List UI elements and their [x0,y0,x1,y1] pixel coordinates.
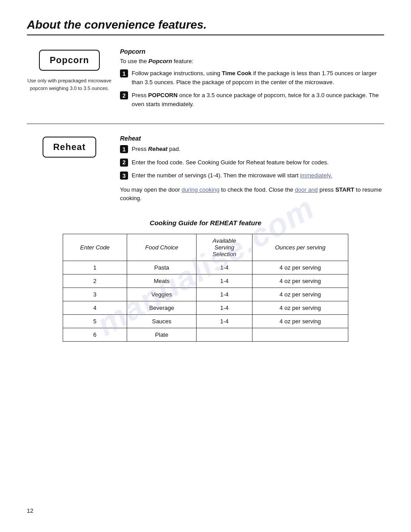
cell-food: Beverage [127,301,197,314]
reheat-step-text-3: Enter the number of servings (1-4). Then… [132,171,332,180]
page-title: About the convenience features. [27,18,384,32]
cooking-guide-title: Cooking Guide for REHEAT feature [27,219,384,227]
popcorn-button-box: Popcorn [39,50,100,71]
cell-code: 5 [63,314,127,328]
popcorn-step-text-2: Press POPCORN once for a 3.5 ounce packa… [132,91,384,108]
cell-code: 4 [63,301,127,314]
reheat-right: Reheat 1 Press Reheat pad. 2 Enter the f… [112,135,384,203]
table-header-row: Enter Code Food Choice AvailableServingS… [63,234,348,261]
reheat-step-num-1: 1 [120,145,128,153]
reheat-step-text-1: Press Reheat pad. [132,145,180,154]
popcorn-steps: 1 Follow package instructions, using Tim… [120,69,384,108]
table-row: 4Beverage1-44 oz per serving [63,301,348,314]
table-row: 3Veggies1-44 oz per serving [63,287,348,301]
reheat-step-text-2: Enter the food code. See Cooking Guide f… [132,158,329,167]
cell-ounces: 4 oz per serving [252,301,348,314]
cell-code: 6 [63,328,127,341]
page-number: 12 [27,507,33,514]
title-divider [27,34,384,35]
table-row: 6Plate [63,328,348,341]
popcorn-section: Popcorn Use only with prepackaged microw… [27,48,384,113]
table-row: 5Sauces1-44 oz per serving [63,314,348,328]
cell-serving: 1-4 [197,287,253,301]
cell-food: Plate [127,328,197,341]
cooking-guide-table: Enter Code Food Choice AvailableServingS… [63,234,348,342]
cell-food: Meats [127,274,197,287]
reheat-title: Reheat [120,135,384,142]
table-row: 1Pasta1-44 oz per serving [63,261,348,274]
cell-food: Veggies [127,287,197,301]
popcorn-left: Popcorn Use only with prepackaged microw… [27,48,112,113]
reheat-step-1: 1 Press Reheat pad. [120,145,384,154]
cell-serving: 1-4 [197,261,253,274]
section-divider [27,124,384,124]
col-header-code: Enter Code [63,234,127,261]
col-header-serving: AvailableServingSelection [197,234,253,261]
table-body: 1Pasta1-44 oz per serving2Meats1-44 oz p… [63,261,348,341]
reheat-steps: 1 Press Reheat pad. 2 Enter the food cod… [120,145,384,180]
reheat-button-box: Reheat [43,137,97,158]
popcorn-step-1: 1 Follow package instructions, using Tim… [120,69,384,86]
popcorn-right: Popcorn To use the Popcorn feature: 1 Fo… [112,48,384,113]
cell-serving: 1-4 [197,301,253,314]
cell-code: 2 [63,274,127,287]
cell-ounces [252,328,348,341]
cell-code: 3 [63,287,127,301]
cell-ounces: 4 oz per serving [252,274,348,287]
popcorn-intro: To use the Popcorn feature: [120,58,384,64]
reheat-step-3: 3 Enter the number of servings (1-4). Th… [120,171,384,180]
col-header-ounces: Ounces per serving [252,234,348,261]
cell-serving: 1-4 [197,274,253,287]
reheat-step-num-2: 2 [120,159,128,167]
popcorn-title: Popcorn [120,48,384,55]
cell-code: 1 [63,261,127,274]
cell-serving: 1-4 [197,314,253,328]
reheat-extra-note: You may open the door during cooking to … [120,185,384,203]
popcorn-step-text-1: Follow package instructions, using Time … [132,69,384,86]
table-row: 2Meats1-44 oz per serving [63,274,348,287]
cell-ounces: 4 oz per serving [252,314,348,328]
cooking-guide-section: Cooking Guide for REHEAT feature Enter C… [27,219,384,342]
popcorn-step-num-1: 1 [120,69,128,77]
cell-serving [197,328,253,341]
cell-food: Pasta [127,261,197,274]
popcorn-step-2: 2 Press POPCORN once for a 3.5 ounce pac… [120,91,384,108]
reheat-step-num-3: 3 [120,172,128,180]
reheat-step-2: 2 Enter the food code. See Cooking Guide… [120,158,384,167]
reheat-left: Reheat [27,135,112,203]
cell-ounces: 4 oz per serving [252,287,348,301]
popcorn-step-num-2: 2 [120,91,128,99]
col-header-food: Food Choice [127,234,197,261]
cell-ounces: 4 oz per serving [252,261,348,274]
popcorn-caption: Use only with prepackaged microwave popc… [27,77,112,92]
cell-food: Sauces [127,314,197,328]
reheat-section: Reheat Reheat 1 Press Reheat pad. 2 Ente… [27,135,384,203]
